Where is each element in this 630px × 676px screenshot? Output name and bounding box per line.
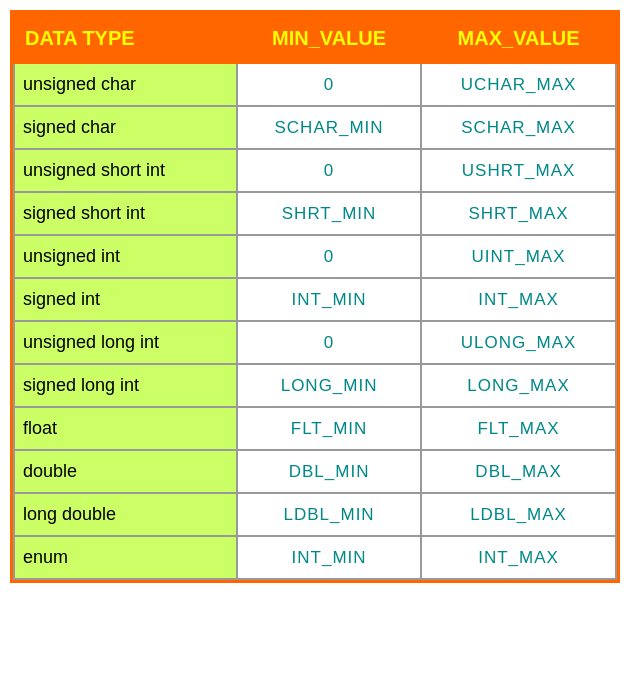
table-row: enumINT_MININT_MAX [14, 536, 616, 579]
table-row: unsigned char0UCHAR_MAX [14, 63, 616, 106]
cell-datatype: unsigned short int [14, 149, 237, 192]
cell-datatype: float [14, 407, 237, 450]
cell-minvalue: DBL_MIN [237, 450, 421, 493]
cell-minvalue: INT_MIN [237, 536, 421, 579]
table-row: signed intINT_MININT_MAX [14, 278, 616, 321]
cell-maxvalue: LDBL_MAX [421, 493, 616, 536]
header-maxvalue: MAX_VALUE [421, 14, 616, 63]
cell-maxvalue: ULONG_MAX [421, 321, 616, 364]
header-minvalue: MIN_VALUE [237, 14, 421, 63]
cell-minvalue: 0 [237, 63, 421, 106]
table-row: doubleDBL_MINDBL_MAX [14, 450, 616, 493]
table-row: long doubleLDBL_MINLDBL_MAX [14, 493, 616, 536]
cell-maxvalue: DBL_MAX [421, 450, 616, 493]
table-row: floatFLT_MINFLT_MAX [14, 407, 616, 450]
header-datatype: DATA TYPE [14, 14, 237, 63]
cell-minvalue: 0 [237, 149, 421, 192]
cell-datatype: signed short int [14, 192, 237, 235]
cell-minvalue: SHRT_MIN [237, 192, 421, 235]
cell-maxvalue: LONG_MAX [421, 364, 616, 407]
cell-minvalue: 0 [237, 321, 421, 364]
cell-minvalue: INT_MIN [237, 278, 421, 321]
cell-datatype: unsigned char [14, 63, 237, 106]
cell-datatype: signed long int [14, 364, 237, 407]
cell-datatype: double [14, 450, 237, 493]
data-type-table: DATA TYPE MIN_VALUE MAX_VALUE unsigned c… [10, 10, 620, 583]
cell-datatype: signed int [14, 278, 237, 321]
cell-maxvalue: INT_MAX [421, 536, 616, 579]
cell-minvalue: FLT_MIN [237, 407, 421, 450]
cell-maxvalue: FLT_MAX [421, 407, 616, 450]
cell-datatype: signed char [14, 106, 237, 149]
table-row: unsigned long int0ULONG_MAX [14, 321, 616, 364]
cell-datatype: long double [14, 493, 237, 536]
table-row: unsigned short int0USHRT_MAX [14, 149, 616, 192]
table-row: unsigned int0UINT_MAX [14, 235, 616, 278]
cell-minvalue: LONG_MIN [237, 364, 421, 407]
table-row: signed short intSHRT_MINSHRT_MAX [14, 192, 616, 235]
cell-minvalue: 0 [237, 235, 421, 278]
table-header-row: DATA TYPE MIN_VALUE MAX_VALUE [14, 14, 616, 63]
cell-datatype: unsigned int [14, 235, 237, 278]
cell-datatype: unsigned long int [14, 321, 237, 364]
cell-datatype: enum [14, 536, 237, 579]
cell-maxvalue: SCHAR_MAX [421, 106, 616, 149]
cell-maxvalue: SHRT_MAX [421, 192, 616, 235]
cell-maxvalue: UCHAR_MAX [421, 63, 616, 106]
cell-maxvalue: UINT_MAX [421, 235, 616, 278]
table-row: signed long intLONG_MINLONG_MAX [14, 364, 616, 407]
cell-maxvalue: INT_MAX [421, 278, 616, 321]
cell-maxvalue: USHRT_MAX [421, 149, 616, 192]
cell-minvalue: SCHAR_MIN [237, 106, 421, 149]
table-row: signed charSCHAR_MINSCHAR_MAX [14, 106, 616, 149]
cell-minvalue: LDBL_MIN [237, 493, 421, 536]
